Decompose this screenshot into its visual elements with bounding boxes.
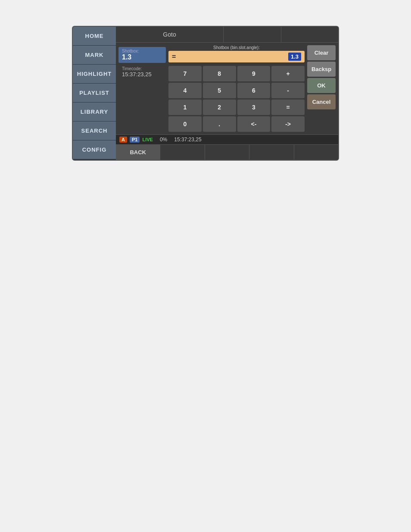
sidebar: HOME MARK HIGHLIGHT PLAYLIST LIBRARY SEA…: [73, 27, 116, 160]
key-7[interactable]: 7: [168, 66, 202, 81]
clear-button[interactable]: Clear: [307, 45, 336, 60]
shotbox-display: Shotbox: 1.3: [118, 47, 166, 63]
sidebar-item-library[interactable]: LIBRARY: [73, 103, 116, 121]
input-display: = 1.3: [168, 51, 305, 62]
sidebar-item-playlist[interactable]: PLAYLIST: [73, 84, 116, 103]
goto-label: Goto: [116, 27, 224, 42]
top-cell-extra1: [224, 27, 281, 42]
sidebar-item-config[interactable]: CONFIG: [73, 140, 116, 159]
backsp-button[interactable]: Backsp: [307, 62, 336, 77]
key-1[interactable]: 1: [168, 100, 202, 115]
equals-symbol: =: [172, 53, 176, 61]
sidebar-item-mark[interactable]: MARK: [73, 46, 116, 65]
key-plus[interactable]: +: [271, 66, 305, 81]
key-4[interactable]: 4: [168, 83, 202, 98]
main-layout: HOME MARK HIGHLIGHT PLAYLIST LIBRARY SEA…: [73, 27, 338, 160]
bottom-cell-4: [249, 145, 294, 160]
shotbox-label: Shotbox:: [122, 49, 162, 53]
key-left[interactable]: <-: [237, 116, 271, 132]
key-6[interactable]: 6: [237, 83, 271, 98]
status-timecode: 15:37:23,25: [174, 137, 201, 143]
input-badge: 1.3: [288, 53, 301, 61]
ok-button[interactable]: OK: [307, 78, 336, 93]
status-badge-p1: P1: [130, 137, 140, 143]
key-9[interactable]: 9: [237, 66, 271, 81]
bottom-cell-2: [160, 145, 205, 160]
bottom-bar: BACK: [116, 144, 338, 160]
key-8[interactable]: 8: [203, 66, 236, 81]
numpad-section: Shotbox (bin.slot.angle): = 1.3 7 8 9 +: [168, 45, 305, 132]
top-bar: Goto: [116, 27, 338, 43]
status-bar: A P1 LIVE 0% 15:37:23,25: [116, 134, 338, 144]
top-cell-extra2: [281, 27, 339, 42]
sidebar-item-search[interactable]: SEARCH: [73, 121, 116, 140]
status-percent: 0%: [160, 137, 167, 143]
key-2[interactable]: 2: [203, 100, 236, 115]
info-panel: Shotbox: 1.3 Timecode: 15:37:23,25: [118, 45, 166, 132]
timecode-display: Timecode: 15:37:23,25: [118, 65, 166, 79]
input-row: Shotbox (bin.slot.angle): = 1.3: [168, 45, 305, 62]
status-badge-a: A: [119, 137, 127, 143]
sidebar-item-highlight[interactable]: HIGHLIGHT: [73, 65, 116, 84]
cancel-button[interactable]: Cancel: [307, 94, 336, 109]
key-5[interactable]: 5: [203, 83, 236, 98]
key-equals[interactable]: =: [271, 100, 305, 115]
content-area: Goto Shotbox: 1.3 Timecode: 15:37:23,25: [116, 27, 338, 160]
keypad-area: Shotbox: 1.3 Timecode: 15:37:23,25 Shotb…: [116, 43, 338, 134]
timecode-value: 15:37:23,25: [122, 71, 162, 78]
timecode-label: Timecode:: [122, 66, 162, 71]
status-live: LIVE: [142, 137, 153, 142]
key-0[interactable]: 0: [168, 116, 202, 132]
action-buttons: Clear Backsp OK Cancel: [307, 45, 336, 132]
bottom-cell-3: [205, 145, 249, 160]
key-right[interactable]: ->: [271, 116, 305, 132]
key-minus[interactable]: -: [271, 83, 305, 98]
device-frame: HOME MARK HIGHLIGHT PLAYLIST LIBRARY SEA…: [72, 26, 339, 161]
key-dot[interactable]: .: [203, 116, 236, 132]
button-grid: 7 8 9 + 4 5 6 - 1 2 3 = 0 . <-: [168, 66, 305, 132]
key-3[interactable]: 3: [237, 100, 271, 115]
shotbox-value: 1.3: [122, 53, 162, 61]
sidebar-item-home[interactable]: HOME: [73, 27, 116, 46]
input-label: Shotbox (bin.slot.angle):: [168, 45, 305, 50]
back-button[interactable]: BACK: [116, 145, 160, 160]
bottom-cell-5: [294, 145, 338, 160]
